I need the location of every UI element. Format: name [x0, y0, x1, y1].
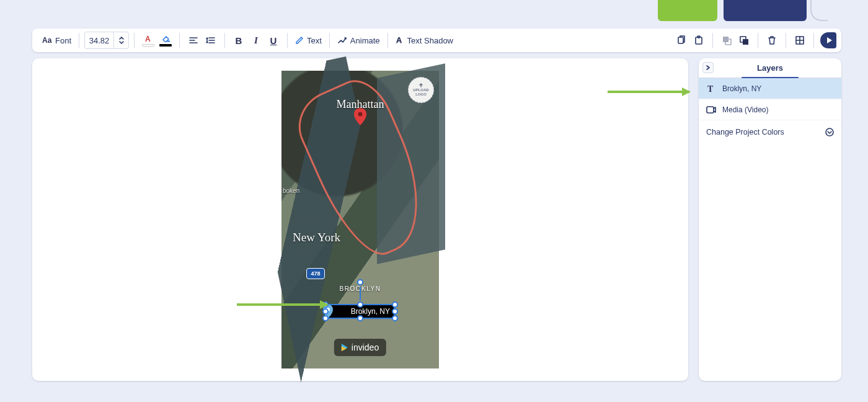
- bring-forward-button[interactable]: [718, 32, 735, 49]
- selected-text-value: Broklyn, NY: [351, 307, 390, 316]
- header-avatar-edge: [810, 0, 828, 21]
- selected-text-element[interactable]: Broklyn, NY: [326, 299, 395, 324]
- copy-button[interactable]: [673, 32, 690, 49]
- chevron-down-circle-icon: [825, 128, 834, 136]
- italic-icon: I: [254, 35, 258, 46]
- layer-item-label: Media (Video): [722, 105, 768, 114]
- rotate-handle[interactable]: [357, 279, 363, 285]
- svg-text:A: A: [396, 36, 402, 45]
- play-icon: [825, 37, 833, 44]
- layer-item-label: Broklyn, NY: [722, 84, 761, 93]
- send-backward-icon: [739, 35, 749, 45]
- text-color-icon: A: [144, 35, 153, 42]
- layer-item-media[interactable]: Media (Video): [699, 99, 841, 120]
- svg-text:Aa: Aa: [42, 36, 52, 45]
- resize-handle-ne[interactable]: [392, 302, 398, 308]
- collapse-panel-button[interactable]: [702, 62, 714, 73]
- header-strip: [27, 0, 841, 22]
- svg-text:A: A: [145, 35, 151, 42]
- copy-icon: [676, 35, 686, 45]
- text-layer-icon: T: [706, 84, 716, 94]
- bold-button[interactable]: B: [230, 32, 247, 49]
- font-size-field[interactable]: [84, 32, 129, 49]
- highlight-color-chip: [159, 44, 172, 47]
- svg-rect-4: [678, 37, 683, 43]
- highway-shield: 478: [306, 268, 325, 279]
- watermark: invideo: [334, 339, 386, 356]
- upload-icon: [418, 83, 424, 88]
- annotation-arrow-canvas: [237, 303, 327, 306]
- svg-text:T: T: [707, 84, 714, 93]
- preview-play-button[interactable]: [820, 32, 836, 48]
- highlight-color-button[interactable]: [157, 32, 174, 49]
- resize-handle-w[interactable]: [322, 308, 329, 315]
- underline-button[interactable]: U: [265, 32, 282, 49]
- underline-icon: U: [270, 35, 277, 46]
- upload-logo-line2: LOGO: [415, 92, 427, 97]
- font-size-stepper[interactable]: [113, 32, 128, 49]
- align-button[interactable]: [185, 32, 202, 49]
- map-label-boken: boken: [283, 187, 299, 194]
- map-label-newyork: New York: [293, 231, 340, 244]
- upload-logo-line1: UPLOAD: [413, 88, 428, 92]
- bucket-icon: [161, 35, 170, 42]
- svg-rect-15: [707, 107, 714, 113]
- text-style-label: Text: [307, 36, 322, 45]
- font-aa-icon: Aa: [42, 35, 52, 45]
- video-canvas[interactable]: Manhattan New York BROOKLYN boken 478 UP…: [281, 71, 439, 368]
- stepper-icon: [118, 36, 125, 45]
- align-icon: [188, 36, 198, 45]
- upload-logo-placeholder[interactable]: UPLOAD LOGO: [408, 77, 434, 103]
- text-style-button[interactable]: Text: [293, 32, 324, 49]
- resize-handle-sw[interactable]: [322, 315, 329, 321]
- resize-handle-n[interactable]: [357, 302, 363, 308]
- text-toolbar: Aa Font A: [32, 29, 841, 52]
- bring-forward-icon: [722, 35, 732, 45]
- svg-point-12: [358, 112, 363, 117]
- resize-handle-se[interactable]: [392, 315, 398, 321]
- layers-title: Layers: [757, 63, 783, 73]
- highway-number: 478: [311, 270, 320, 277]
- layers-header: Layers: [699, 58, 841, 78]
- text-color-button[interactable]: A: [140, 32, 157, 49]
- trash-icon: [768, 35, 776, 45]
- map-label-manhattan: Manhattan: [337, 98, 384, 111]
- video-layer-icon: [706, 105, 716, 115]
- header-green-button[interactable]: [658, 0, 717, 21]
- resize-handle-s[interactable]: [357, 315, 363, 321]
- italic-button[interactable]: I: [247, 32, 265, 49]
- annotation-arrow-layer: [608, 91, 689, 93]
- text-shadow-button[interactable]: AA Text Shadow: [393, 32, 456, 49]
- change-colors-label: Change Project Colors: [706, 128, 784, 136]
- bold-icon: B: [236, 35, 242, 46]
- canvas-panel: Manhattan New York BROOKLYN boken 478 UP…: [32, 58, 688, 381]
- font-label: Font: [55, 36, 71, 45]
- animate-label: Animate: [350, 36, 380, 45]
- svg-rect-10: [743, 39, 748, 45]
- pencil-icon: [295, 36, 304, 45]
- line-spacing-button[interactable]: [202, 32, 219, 49]
- svg-point-16: [826, 128, 833, 136]
- font-family-button[interactable]: Aa Font: [40, 32, 74, 49]
- header-blue-button[interactable]: [724, 0, 807, 21]
- text-shadow-icon: AA: [396, 36, 404, 45]
- animate-button[interactable]: Animate: [335, 32, 383, 49]
- font-size-input[interactable]: [85, 35, 113, 46]
- text-shadow-label: Text Shadow: [407, 36, 453, 45]
- text-color-chip: [142, 44, 154, 47]
- resize-handle-e[interactable]: [392, 308, 398, 315]
- chevron-right-icon: [706, 65, 711, 70]
- send-backward-button[interactable]: [735, 32, 753, 49]
- line-spacing-icon: [206, 36, 216, 45]
- watermark-text: invideo: [352, 342, 379, 352]
- paste-icon: [694, 35, 704, 45]
- watermark-logo-icon: [342, 344, 348, 351]
- grid-icon: [795, 35, 805, 45]
- change-colors-button[interactable]: Change Project Colors: [699, 120, 841, 144]
- layers-panel: Layers T Broklyn, NY Media (Video) Chang…: [699, 58, 841, 381]
- animate-icon: [337, 36, 347, 45]
- grid-button[interactable]: [791, 32, 808, 49]
- layer-item-text[interactable]: T Broklyn, NY: [699, 78, 841, 99]
- delete-button[interactable]: [763, 32, 781, 49]
- paste-button[interactable]: [690, 32, 707, 49]
